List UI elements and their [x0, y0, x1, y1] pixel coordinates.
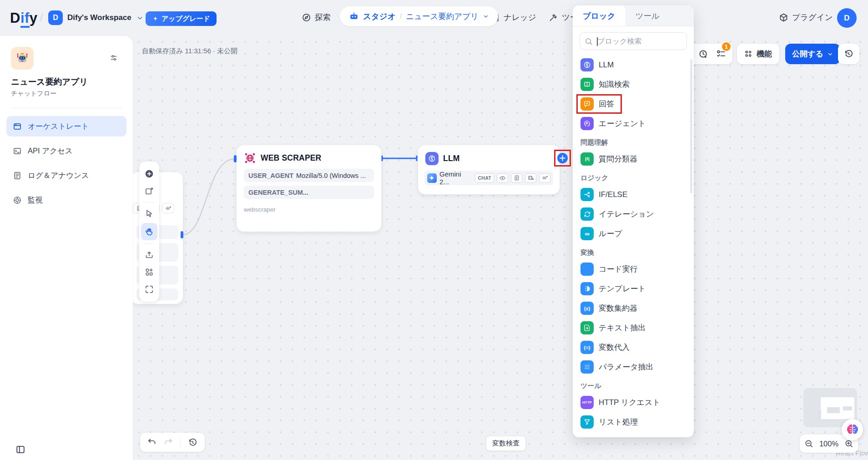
tools-hammer-icon — [549, 13, 558, 22]
gradient-brain-icon — [846, 423, 859, 437]
node-web-scraper[interactable]: WEB SCRAPER USER_AGENT Mozilla/5.0 (Wind… — [237, 145, 381, 232]
block-item-http[interactable]: HTTP HTTP リクエスト — [580, 393, 687, 412]
block-item-template[interactable]: テンプレート — [580, 279, 687, 298]
video-icon — [525, 173, 536, 183]
doc-extract-icon — [580, 321, 594, 334]
code-icon — [580, 263, 594, 276]
monitor-icon — [13, 196, 22, 205]
sidebar-item-3[interactable]: 監視 — [6, 190, 126, 210]
tab-blocks[interactable]: ブロック — [573, 5, 626, 26]
sidebar-menu: オーケストレートAPI アクセスログ＆アナウンス監視 — [6, 116, 126, 214]
model-name: Gemini 2... — [439, 170, 472, 186]
dify-logo[interactable]: Dify — [10, 10, 38, 26]
publish-button[interactable]: 公開する — [785, 44, 840, 64]
history-icon — [844, 49, 853, 59]
add-node-button[interactable] — [141, 166, 157, 182]
llm-model-selector[interactable]: Gemini 2... CHAT — [424, 171, 553, 185]
block-item-funnel[interactable]: リスト処理 — [580, 412, 687, 432]
robot-emoji — [15, 51, 30, 66]
block-item-brain[interactable]: LLM — [580, 55, 687, 75]
undo-icon[interactable] — [147, 438, 156, 447]
app-settings-icon[interactable] — [109, 53, 118, 62]
nav-plugins[interactable]: プラグイン — [779, 12, 833, 23]
node-llm[interactable]: LLM Gemini 2... CHAT — [418, 145, 560, 194]
collapse-sidebar-icon[interactable] — [15, 445, 25, 455]
organize-blocks-button[interactable] — [141, 264, 157, 280]
answer-icon — [580, 97, 594, 111]
add-note-button[interactable] — [141, 183, 157, 199]
block-item-bars[interactable]: 質問分類器 — [580, 149, 687, 169]
workspace-selector[interactable]: D Dify's Workspace — [48, 10, 144, 25]
window-icon — [13, 122, 22, 131]
change-history-icon[interactable] — [188, 438, 197, 447]
chevron-down-icon — [827, 51, 833, 57]
redo-icon[interactable] — [164, 438, 173, 447]
chevron-down-icon — [136, 14, 144, 22]
nav-explore[interactable]: 探索 — [302, 12, 331, 23]
document-icon — [511, 173, 522, 183]
block-item-agent[interactable]: エージェント — [580, 114, 687, 133]
app-icon — [11, 47, 34, 70]
block-item-split[interactable]: IF/ELSE — [580, 185, 687, 204]
panel-scrollbar[interactable] — [690, 59, 692, 193]
model-mode-badge: CHAT — [475, 173, 494, 183]
sidebar-app-type: チャットフロー — [11, 90, 56, 98]
block-item-answer[interactable]: 回答 — [580, 94, 687, 114]
webscraper-input-handle[interactable] — [234, 155, 237, 162]
block-item-code[interactable]: コード実行 — [580, 259, 687, 279]
fit-view-button[interactable] — [141, 282, 157, 297]
pointer-mode-button[interactable] — [141, 206, 157, 221]
version-history-button[interactable] — [838, 44, 859, 64]
dots-grid-icon — [580, 360, 594, 374]
block-selector-panel: ブロック ツール LLM 知識検索 回答 エージェント 問題理解 — [573, 5, 694, 437]
variable-inspect-button[interactable]: 変数検査 — [486, 436, 526, 451]
zoom-in-icon[interactable] — [844, 439, 853, 448]
bars-icon — [580, 152, 594, 166]
features-button[interactable]: 機能 — [737, 44, 779, 64]
chevron-down-icon[interactable] — [483, 13, 489, 20]
workspace-avatar: D — [48, 10, 63, 25]
llm-add-next-block-button[interactable] — [557, 153, 568, 163]
zoom-out-icon[interactable] — [804, 439, 813, 448]
user-avatar[interactable]: D — [837, 8, 857, 28]
block-item-doc-extract[interactable]: テキスト抽出 — [580, 318, 687, 338]
run-clock-icon[interactable] — [698, 49, 708, 59]
node-title: LLM — [443, 154, 460, 163]
http-icon: HTTP — [580, 396, 594, 409]
sidebar-item-2[interactable]: ログ＆アナウンス — [6, 165, 126, 186]
sidebar-app-title: ニュース要約アプリ — [11, 76, 88, 87]
hand-mode-button[interactable] — [141, 223, 157, 240]
block-item-braces-eq[interactable]: {=} 変数代入 — [580, 338, 687, 357]
nav-studio[interactable]: スタジオ — [363, 11, 396, 22]
sidebar-item-1[interactable]: API アクセス — [6, 141, 126, 161]
block-item-refresh[interactable]: イテレーション — [580, 204, 687, 224]
sidebar-item-0[interactable]: オーケストレート — [6, 116, 126, 136]
zoom-level[interactable]: 100% — [819, 440, 838, 448]
plus-circle-icon — [144, 169, 154, 179]
llm-node-icon — [425, 152, 439, 165]
block-item-book-open[interactable]: 知識検索 — [580, 75, 687, 94]
export-button[interactable] — [141, 247, 157, 263]
workflow-canvas[interactable] — [133, 36, 868, 460]
node-footer-label: webscraper — [244, 206, 374, 213]
logs-icon — [13, 171, 22, 180]
braces-x-icon: {x} — [580, 302, 594, 315]
grid-add-icon — [145, 268, 154, 277]
block-item-braces-x[interactable]: {x} 変数集約器 — [580, 298, 687, 318]
tab-tools[interactable]: ツール — [626, 5, 670, 26]
upgrade-button[interactable]: アップグレード — [146, 11, 217, 26]
block-search-box[interactable] — [580, 32, 687, 50]
block-item-dots-grid[interactable]: パラメータ抽出 — [580, 357, 687, 377]
block-item-infinity[interactable]: ∞ ループ — [580, 224, 687, 243]
braces-eq-icon: {=} — [580, 341, 594, 354]
breadcrumb-app-name[interactable]: ニュース要約アプリ — [406, 11, 479, 22]
node-title: WEB SCRAPER — [261, 153, 321, 163]
checklist-badge: 1 — [721, 41, 732, 52]
audio-icon — [162, 203, 174, 213]
field-generate-summary: GENERATE_SUM... — [244, 186, 374, 199]
assistant-brain-badge[interactable] — [842, 419, 863, 440]
gemini-model-icon — [427, 173, 437, 183]
block-search-input[interactable] — [597, 37, 691, 45]
funnel-icon — [580, 415, 594, 429]
hidden-node-output-handle[interactable] — [181, 231, 183, 238]
